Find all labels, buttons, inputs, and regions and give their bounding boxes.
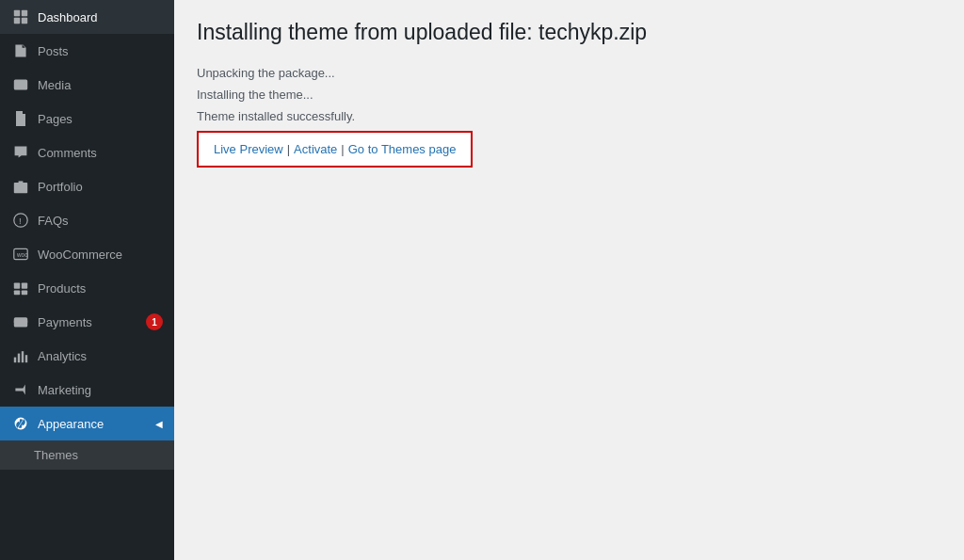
pages-icon	[11, 109, 30, 128]
svg-text:woo: woo	[16, 251, 28, 258]
page-title: Installing theme from uploaded file: tec…	[197, 19, 941, 47]
svg-rect-12	[22, 282, 27, 288]
svg-rect-16	[14, 320, 27, 322]
svg-rect-18	[18, 354, 20, 363]
sidebar-item-dashboard[interactable]: Dashboard	[0, 0, 174, 34]
main-content: Installing theme from uploaded file: tec…	[174, 0, 964, 560]
media-icon	[11, 75, 30, 94]
sidebar-item-woocommerce[interactable]: woo WooCommerce	[0, 237, 174, 271]
sidebar-item-products[interactable]: Products	[0, 271, 174, 305]
sidebar: Dashboard Posts Media Pages Comments Por…	[0, 0, 174, 560]
comments-icon	[11, 143, 30, 162]
sidebar-item-pages-label: Pages	[38, 112, 163, 126]
sidebar-item-pages[interactable]: Pages	[0, 102, 174, 136]
portfolio-icon	[11, 177, 30, 196]
live-preview-link[interactable]: Live Preview	[214, 142, 283, 156]
svg-rect-14	[22, 290, 27, 295]
sidebar-submenu-appearance: Themes	[0, 440, 174, 470]
sidebar-item-media[interactable]: Media	[0, 68, 174, 102]
sidebar-item-appearance[interactable]: Appearance ◀	[0, 407, 174, 440]
dashboard-icon	[11, 8, 30, 26]
svg-rect-2	[14, 18, 20, 24]
svg-rect-1	[22, 10, 27, 16]
woocommerce-icon: woo	[11, 245, 30, 264]
svg-rect-20	[25, 355, 27, 362]
sidebar-item-posts-label: Posts	[38, 44, 163, 58]
appearance-icon	[11, 414, 30, 433]
sidebar-item-faqs[interactable]: ! FAQs	[0, 203, 174, 237]
posts-icon	[11, 41, 30, 60]
svg-rect-11	[14, 282, 20, 288]
sidebar-item-marketing[interactable]: Marketing	[0, 373, 174, 407]
svg-rect-0	[14, 10, 20, 16]
activate-link[interactable]: Activate	[294, 142, 337, 156]
log-install: Installing the theme...	[197, 88, 941, 102]
install-log: Unpacking the package... Installing the …	[197, 66, 941, 123]
faqs-icon: !	[11, 211, 30, 230]
sidebar-item-payments[interactable]: Payments 1	[0, 305, 174, 339]
sidebar-item-posts[interactable]: Posts	[0, 34, 174, 68]
separator-1: |	[287, 142, 290, 156]
sidebar-item-comments[interactable]: Comments	[0, 136, 174, 169]
svg-rect-13	[14, 290, 20, 295]
sidebar-item-themes-label: Themes	[34, 448, 163, 462]
sidebar-item-appearance-label: Appearance	[38, 417, 148, 431]
payments-badge: 1	[146, 313, 163, 330]
analytics-icon	[11, 346, 30, 365]
sidebar-item-woocommerce-label: WooCommerce	[38, 248, 163, 262]
separator-2: |	[341, 142, 344, 156]
sidebar-item-analytics[interactable]: Analytics	[0, 339, 174, 373]
sidebar-item-themes[interactable]: Themes	[0, 440, 174, 470]
sidebar-item-products-label: Products	[38, 281, 163, 296]
sidebar-item-payments-label: Payments	[38, 315, 138, 329]
svg-rect-3	[22, 18, 27, 24]
payments-icon	[11, 312, 30, 331]
appearance-arrow-icon: ◀	[155, 419, 163, 429]
sidebar-item-portfolio-label: Portfolio	[38, 180, 163, 194]
svg-text:!: !	[19, 216, 22, 226]
sidebar-item-media-label: Media	[38, 78, 163, 92]
action-links-box: Live Preview|Activate|Go to Themes page	[197, 131, 473, 168]
sidebar-item-comments-label: Comments	[38, 146, 163, 160]
svg-rect-6	[14, 183, 27, 193]
sidebar-item-dashboard-label: Dashboard	[38, 10, 163, 24]
svg-rect-19	[22, 351, 24, 362]
sidebar-item-marketing-label: Marketing	[38, 383, 163, 397]
goto-themes-link[interactable]: Go to Themes page	[348, 142, 457, 156]
svg-rect-17	[14, 358, 16, 363]
products-icon	[11, 279, 30, 297]
sidebar-item-portfolio[interactable]: Portfolio	[0, 169, 174, 203]
log-unpack: Unpacking the package...	[197, 66, 941, 80]
sidebar-item-analytics-label: Analytics	[38, 349, 163, 363]
marketing-icon	[11, 380, 30, 399]
sidebar-item-faqs-label: FAQs	[38, 214, 163, 228]
install-success: Theme installed successfully.	[197, 109, 941, 123]
